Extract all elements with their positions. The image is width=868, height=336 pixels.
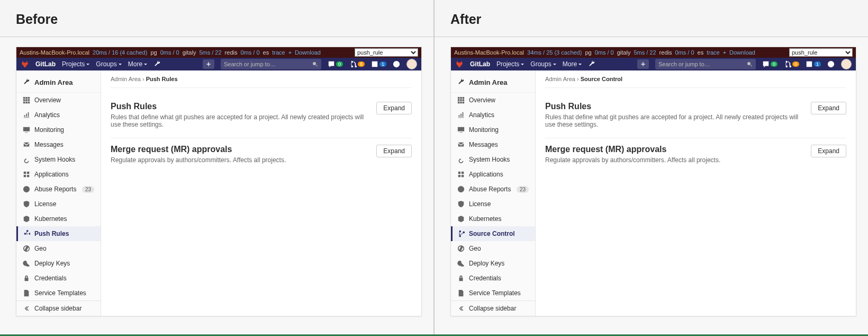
perf-trace-link[interactable]: trace (272, 49, 285, 56)
user-avatar[interactable] (406, 59, 417, 69)
admin-wrench-icon[interactable] (588, 60, 595, 69)
perf-plus[interactable]: + (723, 49, 726, 56)
perf-gitaly-metrics[interactable]: 5ms / 22 (199, 49, 221, 56)
perf-redis-metrics[interactable]: 0ms / 0 (240, 49, 259, 56)
abuse-count-badge: 23 (82, 186, 94, 193)
nav-issues[interactable]: 0 (328, 60, 343, 68)
perf-download-link[interactable]: Download (295, 49, 321, 56)
nav-projects[interactable]: Projects (496, 60, 524, 68)
sidebar-item-system-hooks[interactable]: System Hooks (451, 152, 535, 167)
sidebar-item-geo[interactable]: Geo (16, 241, 101, 256)
perf-trace-link[interactable]: trace (707, 49, 719, 56)
sidebar-item-geo[interactable]: Geo (451, 241, 535, 256)
expand-button[interactable]: Expand (376, 145, 412, 157)
sidebar-item-deploy-keys[interactable]: Deploy Keys (451, 256, 535, 271)
sidebar-collapse[interactable]: Collapse sidebar (16, 300, 101, 316)
perf-pg-metrics[interactable]: 0ms / 0 (595, 49, 614, 56)
nav-projects[interactable]: Projects (62, 60, 89, 68)
sidebar-item-overview[interactable]: Overview (451, 93, 535, 108)
sidebar-header[interactable]: Admin Area (16, 73, 101, 93)
perf-plus[interactable]: + (288, 49, 292, 56)
section-desc: Rules that define what git pushes are ac… (545, 113, 800, 128)
admin-wrench-icon[interactable] (153, 60, 161, 69)
brand-name[interactable]: GitLab (470, 60, 490, 68)
abuse-count-badge: 23 (517, 186, 529, 193)
sidebar-item-service-templates[interactable]: Service Templates (16, 286, 101, 300)
branch-icon (457, 230, 465, 237)
sidebar-collapse[interactable]: Collapse sidebar (451, 300, 535, 316)
nav-more[interactable]: More (128, 60, 147, 68)
sidebar-item-credentials[interactable]: Credentials (451, 271, 535, 286)
perf-main-metrics[interactable]: 20ms / 16 (4 cached) (93, 49, 147, 56)
perf-gitaly-metrics[interactable]: 5ms / 22 (634, 49, 656, 56)
nav-help[interactable] (393, 60, 400, 68)
sidebar-item-source-control[interactable]: Source Control (451, 226, 535, 241)
kubernetes-icon (23, 215, 30, 223)
grid-icon (23, 96, 30, 104)
brand-name[interactable]: GitLab (35, 60, 56, 68)
search-icon (312, 61, 318, 67)
perf-redis-metrics[interactable]: 0ms / 0 (675, 49, 694, 56)
perf-download-link[interactable]: Download (729, 49, 755, 56)
sidebar-item-license[interactable]: License (451, 197, 535, 211)
nav-todos[interactable]: 1 (371, 60, 386, 68)
section-title: Merge request (MR) approvals (545, 145, 800, 154)
sidebar-item-kubernetes[interactable]: Kubernetes (451, 211, 535, 226)
section-title: Merge request (MR) approvals (111, 145, 366, 154)
expand-button[interactable]: Expand (811, 145, 846, 157)
hook-icon (23, 156, 30, 163)
crumb-root[interactable]: Admin Area (111, 76, 141, 82)
messages-icon (457, 141, 465, 148)
sidebar-item-messages[interactable]: Messages (16, 137, 101, 152)
user-avatar[interactable] (841, 59, 852, 69)
sidebar-item-credentials[interactable]: Credentials (16, 271, 101, 286)
sidebar-item-system-hooks[interactable]: System Hooks (16, 152, 101, 167)
search-placeholder-text: Search or jump to… (658, 61, 710, 67)
nav-groups[interactable]: Groups (96, 60, 121, 68)
nav-more[interactable]: More (563, 60, 582, 68)
nav-todos[interactable]: 1 (806, 60, 821, 68)
crumb-root[interactable]: Admin Area (545, 76, 575, 82)
sidebar-header[interactable]: Admin Area (451, 73, 535, 93)
sidebar-item-analytics[interactable]: Analytics (451, 108, 535, 122)
sidebar-item-service-templates[interactable]: Service Templates (451, 286, 535, 300)
perf-pg-metrics[interactable]: 0ms / 0 (160, 49, 179, 56)
sidebar-item-applications[interactable]: Applications (16, 167, 101, 182)
lock-icon (457, 275, 465, 282)
section-push-rules: Push Rules Rules that define what git pu… (545, 95, 846, 138)
perf-main-metrics[interactable]: 34ms / 25 (3 cached) (527, 49, 582, 56)
expand-button[interactable]: Expand (376, 102, 412, 114)
nav-merge-requests[interactable]: 8 (349, 60, 365, 68)
doc-icon (457, 289, 465, 297)
sidebar-item-overview[interactable]: Overview (16, 93, 101, 108)
sidebar-item-monitoring[interactable]: Monitoring (451, 122, 535, 137)
sidebar-item-analytics[interactable]: Analytics (16, 108, 101, 122)
section-mr-approvals: Merge request (MR) approvals Regulate ap… (111, 138, 412, 173)
sidebar-item-deploy-keys[interactable]: Deploy Keys (16, 256, 101, 271)
expand-button[interactable]: Expand (811, 102, 846, 114)
nav-merge-requests[interactable]: 8 (784, 60, 799, 68)
sidebar-item-monitoring[interactable]: Monitoring (16, 122, 101, 137)
nav-issues[interactable]: 0 (762, 60, 777, 68)
section-mr-approvals: Merge request (MR) approvals Regulate ap… (545, 138, 846, 173)
nav-new-button[interactable] (637, 59, 649, 69)
nav-search[interactable]: Search or jump to… (655, 59, 756, 69)
sidebar-item-kubernetes[interactable]: Kubernetes (16, 211, 101, 226)
sidebar-item-applications[interactable]: Applications (451, 167, 535, 182)
sidebar-item-messages[interactable]: Messages (451, 137, 535, 152)
perf-es-label: es (263, 49, 269, 56)
nav-search[interactable]: Search or jump to… (221, 59, 321, 69)
breadcrumb: Admin Area › Source Control (545, 70, 846, 88)
nav-help[interactable] (827, 60, 835, 68)
sidebar-item-abuse-reports[interactable]: Abuse Reports23 (451, 182, 535, 197)
perf-route-select[interactable]: push_rule (789, 48, 853, 57)
nav-groups[interactable]: Groups (530, 60, 556, 68)
nav-new-button[interactable] (203, 59, 214, 69)
gitlab-logo-icon[interactable] (455, 60, 464, 68)
perf-route-select[interactable]: push_rule (355, 48, 418, 57)
sidebar-item-abuse-reports[interactable]: Abuse Reports23 (16, 182, 101, 197)
sidebar-item-license[interactable]: License (16, 197, 101, 211)
top-nav: GitLab Projects Groups More Search or ju… (451, 58, 856, 70)
sidebar-item-push-rules[interactable]: Push Rules (16, 226, 101, 241)
gitlab-logo-icon[interactable] (21, 60, 29, 68)
